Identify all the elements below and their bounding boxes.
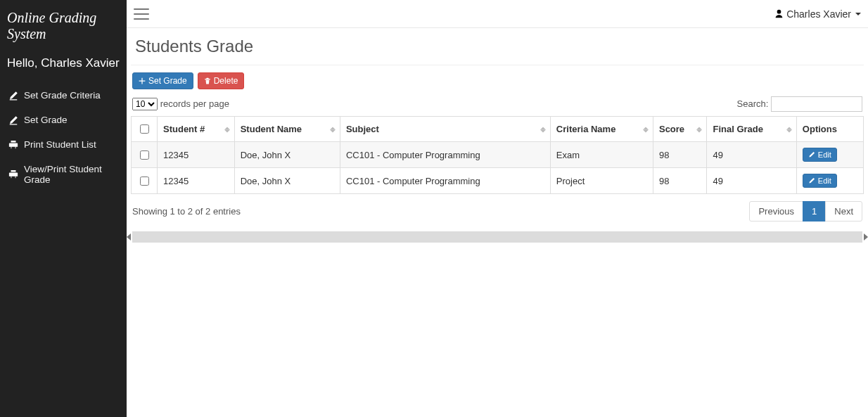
cell-student-name: Doe, John X [234,142,340,168]
user-icon [774,9,784,18]
set-grade-button[interactable]: Set Grade [132,72,193,89]
table-row: 12345 Doe, John X CC101 - Computer Progr… [132,142,864,168]
sidebar-item-label: Print Student List [24,139,96,150]
col-subject[interactable]: Subject [340,117,550,142]
cell-final-grade: 49 [707,142,796,168]
username: Charles Xavier [786,8,851,20]
table-header-row: Student # Student Name Subject Criteria … [132,117,864,142]
delete-button[interactable]: Delete [198,72,245,89]
main: Charles Xavier Students Grade Set Grade … [127,0,868,417]
row-checkbox[interactable] [140,150,149,160]
sidebar-item-view-print-student-grade[interactable]: View/Print Student Grade [0,157,127,192]
datatable-info: Showing 1 to 2 of 2 entries [132,206,241,217]
edit-button[interactable]: Edit [803,174,837,188]
sidebar-item-set-grade-criteria[interactable]: Set Grade Criteria [0,83,127,108]
edit-icon [808,177,815,184]
col-final-grade[interactable]: Final Grade [707,117,796,142]
edit-icon [808,151,815,158]
horizontal-scrollbar[interactable] [132,231,862,243]
cell-criteria: Project [550,168,653,194]
plus-icon [139,77,146,84]
table-row: 12345 Doe, John X CC101 - Computer Progr… [132,168,864,194]
cell-criteria: Exam [550,142,653,168]
records-per-page: 10 records per page [132,98,229,110]
edit-icon [8,115,18,125]
select-all-checkbox[interactable] [140,124,149,134]
col-checkbox [132,117,158,142]
cell-score: 98 [653,142,706,168]
page-number-current[interactable]: 1 [803,201,826,222]
row-checkbox[interactable] [140,177,149,186]
edit-button[interactable]: Edit [803,148,837,162]
user-menu[interactable]: Charles Xavier [774,8,861,20]
edit-icon [8,91,18,101]
sidebar: Online Grading System Hello, Charles Xav… [0,0,127,417]
search-box: Search: [737,96,862,112]
col-student-name[interactable]: Student Name [234,117,340,142]
content: Students Grade Set Grade Delete 10 [127,28,868,417]
cell-subject: CC101 - Computer Programming [340,168,550,194]
toolbar: Set Grade Delete [131,65,864,95]
sidebar-item-label: Set Grade Criteria [24,90,101,101]
caret-down-icon [855,13,861,15]
length-select[interactable]: 10 [132,98,158,110]
search-input[interactable] [771,96,862,112]
button-label: Set Grade [148,76,187,86]
page-header: Students Grade [131,28,864,65]
datatable-footer: Showing 1 to 2 of 2 entries Previous 1 N… [131,194,864,229]
cell-student-no: 12345 [158,168,235,194]
sidebar-item-label: View/Print Student Grade [24,164,118,185]
button-label: Edit [818,177,831,185]
col-student-no[interactable]: Student # [158,117,235,142]
menu-toggle[interactable] [134,8,149,20]
trash-icon [204,77,211,84]
page-next[interactable]: Next [825,201,862,222]
button-label: Delete [214,76,238,86]
pagination: Previous 1 Next [750,201,862,222]
col-options: Options [796,117,863,142]
greeting-text: Hello, Charles Xavier [0,49,127,83]
cell-student-name: Doe, John X [234,168,340,194]
sidebar-nav: Set Grade Criteria Set Grade Print Stude… [0,83,127,192]
app-brand: Online Grading System [0,0,127,49]
cell-student-no: 12345 [158,142,235,168]
print-icon [8,169,18,179]
length-label: records per page [160,98,229,109]
col-criteria-name[interactable]: Criteria Name [550,117,653,142]
search-label: Search: [737,98,769,109]
page-previous[interactable]: Previous [749,201,803,222]
topbar: Charles Xavier [127,0,868,28]
cell-subject: CC101 - Computer Programming [340,142,550,168]
sidebar-item-set-grade[interactable]: Set Grade [0,108,127,132]
cell-score: 98 [653,168,706,194]
grades-table: Student # Student Name Subject Criteria … [131,116,864,194]
col-score[interactable]: Score [653,117,706,142]
cell-final-grade: 49 [707,168,796,194]
print-icon [8,140,18,150]
datatable-controls: 10 records per page Search: [131,95,864,116]
page-title: Students Grade [135,37,860,56]
sidebar-item-label: Set Grade [24,115,68,125]
sidebar-item-print-student-list[interactable]: Print Student List [0,132,127,157]
button-label: Edit [818,150,831,159]
